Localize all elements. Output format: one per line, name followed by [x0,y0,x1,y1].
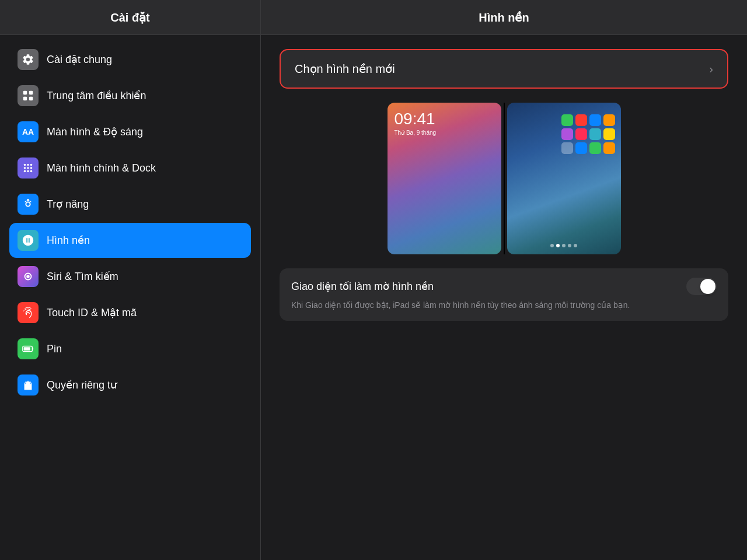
siri-label: Siri & Tìm kiếm [47,270,118,283]
mini-icon-9 [561,142,573,154]
dot-2 [556,244,560,247]
mini-icon-11 [589,142,601,154]
home-label: Màn hình chính & Dock [47,162,156,174]
touchid-label: Touch ID & Mật mã [47,306,137,319]
battery-label: Pin [47,343,62,355]
main-content: Cài đặt chung Trung tâm điều khiển AA Mà… [0,35,747,560]
home-screen-dots [550,244,577,247]
chevron-right-icon: › [709,62,713,76]
dot-3 [562,244,566,247]
dot-5 [574,244,577,247]
choose-wallpaper-button[interactable]: Chọn hình nền mới › [280,49,728,89]
svg-point-5 [27,164,29,166]
mini-icon-7 [589,128,601,140]
wallpaper-preview: 09:41 Thứ Ba, 9 tháng [280,103,728,254]
siri-icon [18,266,39,287]
sidebar: Cài đặt chung Trung tâm điều khiển AA Mà… [0,35,261,560]
toggle-knob [700,279,715,294]
lock-screen-preview: 09:41 Thứ Ba, 9 tháng [388,103,501,254]
mini-icon-10 [575,142,587,154]
mini-icon-2 [575,114,587,126]
touchid-icon [18,302,39,323]
display-label: Màn hình & Độ sáng [47,125,143,138]
svg-point-8 [27,167,29,169]
wallpaper-icon [18,230,39,251]
sidebar-item-wallpaper[interactable]: Hình nền [9,223,251,258]
privacy-label: Quyền riêng tư [47,379,117,391]
svg-rect-1 [29,91,33,94]
lock-screen-date: Thứ Ba, 9 tháng [395,130,494,136]
svg-rect-2 [23,97,27,100]
mini-icon-1 [561,114,573,126]
sidebar-item-siri[interactable]: Siri & Tìm kiếm [9,259,251,294]
sidebar-item-accessibility[interactable]: Trợ năng [9,187,251,222]
svg-point-10 [24,170,26,173]
content-header: Hình nền [261,0,747,34]
svg-point-6 [30,164,33,166]
toggle-header: Giao diện tối làm mờ hình nền [291,278,717,295]
control-icon [18,85,39,106]
sidebar-item-touchid[interactable]: Touch ID & Mật mã [9,295,251,330]
top-bar: Cài đặt Hình nền [0,0,747,35]
svg-point-7 [24,167,26,169]
sidebar-item-privacy[interactable]: Quyền riêng tư [9,368,251,402]
general-label: Cài đặt chung [47,53,112,66]
accessibility-label: Trợ năng [47,198,89,211]
mini-icon-12 [603,142,615,154]
lock-screen-time: 09:41 [395,110,494,128]
wallpaper-label: Hình nền [47,234,90,247]
lock-screen-status: 09:41 Thứ Ba, 9 tháng [395,110,494,136]
mini-icon-4 [603,114,615,126]
toggle-label: Giao diện tối làm mờ hình nền [291,280,434,293]
battery-icon [18,338,39,359]
svg-point-9 [30,167,33,169]
svg-rect-17 [24,347,30,351]
right-panel: Chọn hình nền mới › 09:41 Thứ Ba, 9 thán… [261,35,747,560]
svg-point-11 [27,170,29,173]
svg-point-12 [30,170,33,173]
mini-icon-3 [589,114,601,126]
home-screen-icons [561,114,615,154]
mini-icon-5 [561,128,573,140]
sidebar-item-control[interactable]: Trung tâm điều khiển [9,78,251,113]
svg-rect-3 [29,97,33,100]
dot-1 [550,244,554,247]
sidebar-item-display[interactable]: AA Màn hình & Độ sáng [9,114,251,149]
mini-icon-6 [575,128,587,140]
dot-4 [568,244,571,247]
toggle-description: Khi Giao diện tối được bật, iPad sẽ làm … [291,300,717,312]
home-icon [18,158,39,178]
preview-divider [504,103,505,254]
home-screen-preview [507,103,621,254]
mini-icon-8 [603,128,615,140]
display-icon: AA [18,121,39,142]
dark-mode-blur-toggle[interactable] [686,278,717,295]
privacy-icon [18,374,39,396]
control-label: Trung tâm điều khiển [47,89,146,102]
general-icon [18,49,39,70]
sidebar-header: Cài đặt [0,0,261,34]
content-title: Hình nền [479,10,529,24]
choose-wallpaper-label: Chọn hình nền mới [295,62,395,76]
accessibility-icon [18,194,39,215]
sidebar-item-general[interactable]: Cài đặt chung [9,42,251,77]
sidebar-item-home[interactable]: Màn hình chính & Dock [9,150,251,186]
svg-point-15 [26,275,30,278]
dark-mode-blur-toggle-row: Giao diện tối làm mờ hình nền Khi Giao d… [280,268,728,321]
svg-rect-0 [23,91,27,94]
sidebar-title: Cài đặt [110,10,150,24]
svg-point-4 [24,164,26,166]
sidebar-item-battery[interactable]: Pin [9,331,251,366]
